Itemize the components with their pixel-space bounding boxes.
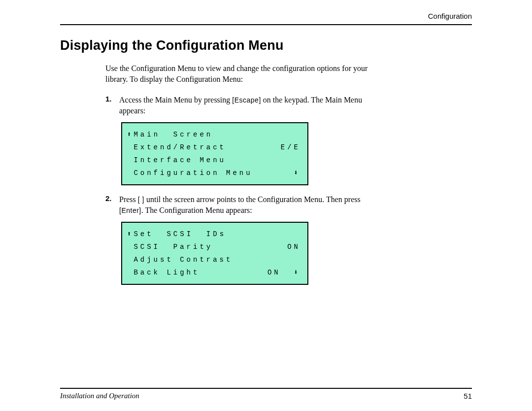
header-rule	[60, 24, 472, 25]
lcd-row: Back Light ON ⬇	[127, 266, 303, 279]
footer-rule	[60, 388, 472, 389]
lcd-text	[300, 228, 303, 240]
escape-key-label: [Escape]	[232, 96, 261, 104]
text: Press	[119, 195, 138, 204]
lcd-text: ON	[287, 240, 303, 253]
lcd-text: Interface Menu	[127, 154, 226, 167]
lcd-row: Configuration Menu ⬇	[127, 167, 303, 179]
lcd-row: SCSI Parity ON	[127, 240, 303, 253]
steps-list: 1. Access the Main Menu by pressing [Esc…	[105, 95, 381, 285]
text: Access the Main Menu by pressing	[119, 96, 232, 104]
down-key-label: [ ]	[138, 196, 144, 204]
step-1-text: Access the Main Menu by pressing [Escape…	[119, 95, 381, 116]
up-arrow-icon: ⬆	[127, 230, 133, 238]
page-number: 51	[464, 392, 472, 400]
config-menu-lcd: ⬆Set SCSI IDs SCSI Parity ON Adjust Cont…	[121, 222, 308, 285]
down-arrow-icon: ⬇	[294, 169, 300, 177]
main-menu-lcd: ⬆Main Screen Extend/Retract E/E Interfac…	[121, 122, 308, 185]
up-arrow-icon: ⬆	[127, 131, 133, 138]
running-header: Configuration	[60, 9, 472, 22]
lcd-text	[300, 128, 303, 141]
lcd-row: ⬆Main Screen	[127, 128, 303, 141]
intro-paragraph: Use the Configuration Menu to view and c…	[105, 63, 371, 85]
enter-key-label: [Enter]	[119, 206, 141, 214]
footer-doc-title: Installation and Operation	[60, 392, 139, 400]
page-title: Displaying the Configuration Menu	[60, 38, 472, 53]
down-arrow-icon: ⬇	[294, 269, 300, 276]
page: Configuration Displaying the Configurati…	[0, 0, 532, 411]
lcd-text: Adjust Contrast	[127, 253, 233, 266]
text: . The Configuration Menu appears:	[141, 206, 252, 214]
lcd-text: E/E	[281, 141, 303, 154]
page-footer: Installation and Operation 51	[60, 388, 472, 400]
lcd-row: Adjust Contrast	[127, 253, 303, 266]
lcd-text: Configuration Menu	[127, 167, 253, 179]
text: until the screen arrow points to the Con…	[144, 195, 361, 204]
lcd-text: Extend/Retract	[127, 141, 226, 154]
lcd-text: ⬇	[294, 167, 303, 179]
lcd-text	[300, 154, 303, 167]
lcd-text: ON ⬇	[267, 266, 303, 279]
lcd-text: SCSI Parity	[127, 240, 213, 253]
lcd-row: Extend/Retract E/E	[127, 141, 303, 154]
lcd-text: ⬆Set SCSI IDs	[127, 228, 226, 240]
lcd-text	[300, 253, 303, 266]
lcd-row: Interface Menu	[127, 154, 303, 167]
step-2: 2. Press [ ] until the screen arrow poin…	[105, 194, 381, 285]
lcd-text: Back Light	[127, 266, 200, 279]
step-1: 1. Access the Main Menu by pressing [Esc…	[105, 95, 381, 185]
lcd-text: ⬆Main Screen	[127, 128, 213, 141]
step-2-text: Press [ ] until the screen arrow points …	[119, 194, 381, 216]
step-number: 1.	[105, 95, 112, 103]
lcd-row: ⬆Set SCSI IDs	[127, 228, 303, 240]
step-number: 2.	[105, 194, 112, 203]
